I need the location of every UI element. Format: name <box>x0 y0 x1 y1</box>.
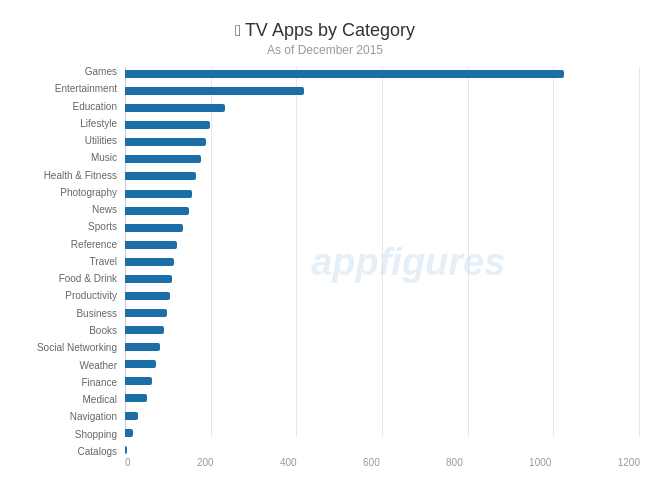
bar-row <box>125 152 640 166</box>
chart-area: GamesEntertainmentEducationLifestyleUtil… <box>10 67 640 457</box>
bar-row <box>125 238 640 252</box>
bar-row <box>125 409 640 423</box>
y-label: Sports <box>88 222 117 232</box>
bar-row <box>125 272 640 286</box>
y-label: Food & Drink <box>59 274 117 284</box>
bar-row <box>125 426 640 440</box>
chart-container: TV Apps by Category As of December 2015… <box>0 0 660 501</box>
bar <box>125 190 192 198</box>
bar-row <box>125 391 640 405</box>
apple-icon:  <box>235 22 241 39</box>
bar <box>125 343 160 351</box>
bar-row <box>125 357 640 371</box>
y-label: Weather <box>79 361 117 371</box>
bar-row <box>125 118 640 132</box>
bar-row <box>125 135 640 149</box>
y-label: Photography <box>60 188 117 198</box>
bar <box>125 429 133 437</box>
bar-row <box>125 306 640 320</box>
bar-row <box>125 255 640 269</box>
bar-row <box>125 323 640 337</box>
bar-row <box>125 187 640 201</box>
x-axis: 020040060080010001200 <box>125 457 640 468</box>
bar <box>125 207 189 215</box>
y-label: Books <box>89 326 117 336</box>
x-axis-label: 1000 <box>529 457 551 468</box>
x-axis-label: 1200 <box>618 457 640 468</box>
bar-row <box>125 169 640 183</box>
bar-row <box>125 374 640 388</box>
bar <box>125 104 225 112</box>
bar-row <box>125 340 640 354</box>
bar <box>125 87 304 95</box>
y-label: Medical <box>83 395 117 405</box>
bar <box>125 121 210 129</box>
y-label: Games <box>85 67 117 77</box>
y-label: Finance <box>81 378 117 388</box>
x-axis-label: 600 <box>363 457 380 468</box>
y-label: Entertainment <box>55 84 117 94</box>
y-label: Social Networking <box>37 343 117 353</box>
bar <box>125 326 164 334</box>
bar <box>125 155 201 163</box>
bar <box>125 292 170 300</box>
bar <box>125 394 147 402</box>
y-label: Catalogs <box>78 447 117 457</box>
bar-row <box>125 101 640 115</box>
bar <box>125 70 564 78</box>
y-label: Health & Fitness <box>44 171 117 181</box>
bar-row <box>125 204 640 218</box>
bar <box>125 258 174 266</box>
bar <box>125 412 138 420</box>
x-axis-label: 0 <box>125 457 131 468</box>
bar-row <box>125 84 640 98</box>
bar <box>125 138 206 146</box>
y-label: Travel <box>90 257 117 267</box>
bar <box>125 377 152 385</box>
bar <box>125 446 127 454</box>
bar <box>125 309 167 317</box>
y-label: Lifestyle <box>80 119 117 129</box>
y-label: Utilities <box>85 136 117 146</box>
y-label: Education <box>73 102 117 112</box>
y-label: Reference <box>71 240 117 250</box>
y-label: Productivity <box>65 291 117 301</box>
bar <box>125 241 177 249</box>
bar <box>125 172 196 180</box>
plot-area: appfigures <box>125 67 640 457</box>
bar-row <box>125 289 640 303</box>
x-axis-label: 200 <box>197 457 214 468</box>
chart-title: TV Apps by Category <box>10 20 640 41</box>
chart-subtitle: As of December 2015 <box>10 43 640 57</box>
bar <box>125 275 172 283</box>
bar-row <box>125 443 640 457</box>
y-label: Music <box>91 153 117 163</box>
y-label: Business <box>76 309 117 319</box>
y-label: Navigation <box>70 412 117 422</box>
bar-row <box>125 221 640 235</box>
bar <box>125 224 183 232</box>
x-axis-label: 800 <box>446 457 463 468</box>
y-axis: GamesEntertainmentEducationLifestyleUtil… <box>10 67 125 457</box>
bar-row <box>125 67 640 81</box>
y-label: News <box>92 205 117 215</box>
x-axis-label: 400 <box>280 457 297 468</box>
y-label: Shopping <box>75 430 117 440</box>
bar <box>125 360 156 368</box>
